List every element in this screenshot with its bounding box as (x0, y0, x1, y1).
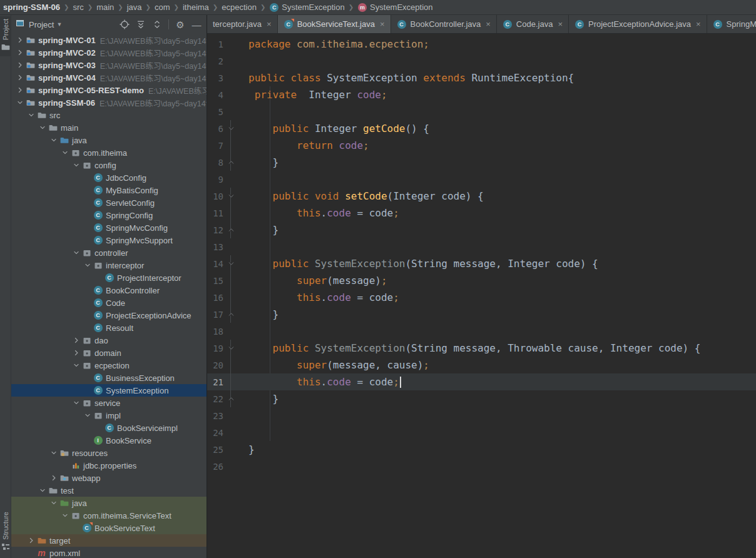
tree-item-ecpection[interactable]: ecpection (11, 359, 207, 372)
tree-item-bookserviceimpl[interactable]: CBookServiceimpl (11, 422, 207, 434)
breadcrumb-item[interactable]: spring-SSM-06 (3, 3, 60, 12)
code-line[interactable]: 23 (207, 407, 756, 424)
chevron-right-icon[interactable] (26, 537, 36, 544)
breadcrumb-item[interactable]: main (96, 3, 114, 12)
chevron-down-icon[interactable] (48, 136, 59, 144)
tree-item-spring-mvc-01[interactable]: spring-MVC-01E:\JAVAWEB练习\day5~day14课 (11, 34, 207, 46)
fold-up-icon[interactable] (223, 306, 238, 323)
tree-item-domain[interactable]: domain (11, 347, 207, 359)
chevron-down-icon[interactable] (71, 161, 81, 169)
chevron-down-icon[interactable] (59, 512, 70, 519)
close-icon[interactable]: × (486, 19, 491, 29)
chevron-right-icon[interactable] (14, 61, 25, 69)
tab-bookservicetext.java[interactable]: CBookServiceText.java× (278, 15, 391, 33)
close-icon[interactable]: × (267, 19, 272, 29)
tree-item-jdbcconfig[interactable]: CJdbcConfig (11, 171, 207, 184)
code-line[interactable]: 15 super(message); (207, 272, 756, 289)
code-line[interactable]: 3public class SystemException extends Ru… (207, 69, 756, 86)
tree-item-java[interactable]: java (11, 497, 207, 509)
breadcrumb-item[interactable]: itheima (183, 3, 209, 12)
tree-item-controller[interactable]: controller (11, 246, 207, 259)
locate-icon[interactable] (120, 19, 130, 29)
project-panel-title[interactable]: Project (29, 20, 54, 29)
breadcrumb-item[interactable]: CSystemException (269, 3, 344, 13)
tree-item-pom.xml[interactable]: mpom.xml (11, 547, 207, 558)
tree-item-servletconfig[interactable]: CServletConfig (11, 196, 207, 209)
tree-item-com.itheima[interactable]: com.itheima (11, 146, 207, 159)
breadcrumb-item[interactable]: java (127, 3, 142, 12)
code-line[interactable]: 16 this.code = code; (207, 289, 756, 306)
code-line[interactable]: 6 public Integer getCode() { (207, 120, 756, 137)
tree-item-bookservice[interactable]: IBookService (11, 434, 207, 447)
code-line[interactable]: 5 (207, 103, 756, 120)
code-line[interactable]: 11 this.code = code; (207, 205, 756, 221)
code-line[interactable]: 9 (207, 171, 756, 188)
chevron-down-icon[interactable] (82, 261, 93, 269)
code-line[interactable]: 20 super(message, cause); (207, 357, 756, 373)
project-stripe-button[interactable]: Project (0, 16, 11, 56)
code-line[interactable]: 7 return code; (207, 137, 756, 154)
tree-item-com.itheima.servicetext[interactable]: com.itheima.ServiceText (11, 509, 207, 522)
code-line[interactable]: 10 public void setCode(Integer code) { (207, 188, 756, 205)
tab-projectexceptionadvice.java[interactable]: CProjectExceptionAdvice.java× (569, 15, 707, 33)
chevron-down-icon[interactable] (14, 99, 25, 106)
editor[interactable]: 1package com.itheima.ecpection;23public … (207, 34, 756, 558)
fold-down-icon[interactable] (223, 120, 238, 137)
tree-item-mybatisconfig[interactable]: CMyBatisConfig (11, 184, 207, 196)
tree-item-spring-mvc-05-rest-demo[interactable]: spring-MVC-05-REST-demoE:\JAVAWEB练习\day5… (11, 84, 207, 96)
code-line[interactable]: 22 } (207, 390, 756, 407)
expand-all-icon[interactable] (136, 19, 146, 29)
code-line[interactable]: 4 private Integer code; (207, 86, 756, 103)
code-line[interactable]: 1package com.itheima.ecpection; (207, 36, 756, 53)
tree-item-spring-ssm-06[interactable]: spring-SSM-06E:\JAVAWEB练习\day5~day14课 (11, 96, 207, 109)
code-line[interactable]: 19 public SystemException(String message… (207, 340, 756, 357)
tree-item-springconfig[interactable]: CSpringConfig (11, 209, 207, 221)
tree-item-dao[interactable]: dao (11, 334, 207, 347)
tree-item-bookservicetext[interactable]: CBookServiceText (11, 522, 207, 534)
close-icon[interactable]: × (558, 19, 563, 29)
code-line[interactable]: 13 (207, 238, 756, 255)
tree-item-projectexceptionadvice[interactable]: CProjectExceptionAdvice (11, 309, 207, 322)
tree-item-springmvcconfig[interactable]: CSpringMvcConfig (11, 221, 207, 234)
fold-up-icon[interactable] (223, 154, 238, 171)
tree-item-resources[interactable]: resources (11, 447, 207, 459)
breadcrumb-item[interactable]: src (73, 3, 83, 12)
tree-item-projectinterceptor[interactable]: CProjectInterceptor (11, 271, 207, 284)
fold-down-icon[interactable] (223, 188, 238, 205)
tree-item-test[interactable]: test (11, 484, 207, 497)
tree-item-impl[interactable]: impl (11, 409, 207, 422)
tree-item-code[interactable]: CCode (11, 297, 207, 309)
tree-item-config[interactable]: config (11, 159, 207, 171)
tab-bookcontroller.java[interactable]: CBookController.java× (391, 15, 497, 33)
tree-item-webapp[interactable]: webapp (11, 472, 207, 484)
chevron-down-icon[interactable] (48, 449, 59, 457)
tree-item-businessexception[interactable]: CBusinessException (11, 372, 207, 384)
tree-item-service[interactable]: service (11, 397, 207, 409)
tree-item-main[interactable]: main (11, 121, 207, 134)
chevron-right-icon[interactable] (14, 74, 25, 81)
tree-item-springmvcsupport[interactable]: CSpringMvcSupport (11, 234, 207, 246)
tree-item-jdbc.properties[interactable]: jdbc.properties (11, 459, 207, 472)
chevron-down-icon[interactable] (71, 362, 81, 369)
collapse-all-icon[interactable] (152, 19, 162, 29)
code-line[interactable]: 26 (207, 458, 756, 475)
chevron-down-icon[interactable] (37, 124, 48, 131)
tree-item-spring-mvc-02[interactable]: spring-MVC-02E:\JAVAWEB练习\day5~day14课 (11, 46, 207, 59)
chevron-down-icon[interactable] (48, 499, 59, 507)
chevron-down-icon[interactable] (59, 149, 70, 156)
tree-item-resoult[interactable]: CResoult (11, 322, 207, 334)
tree-item-systemexception[interactable]: CSystemException (11, 384, 207, 397)
tree-item-target[interactable]: target (11, 534, 207, 547)
chevron-down-icon[interactable] (71, 399, 81, 407)
fold-down-icon[interactable] (223, 340, 238, 357)
chevron-down-icon[interactable] (26, 111, 36, 119)
tree-item-spring-mvc-04[interactable]: spring-MVC-04E:\JAVAWEB练习\day5~day14课 (11, 71, 207, 84)
chevron-down-icon[interactable] (37, 487, 48, 494)
code-line[interactable]: 14 public SystemException(String message… (207, 255, 756, 272)
chevron-right-icon[interactable] (14, 36, 25, 44)
fold-up-icon[interactable] (223, 390, 238, 407)
tree-item-src[interactable]: src (11, 109, 207, 121)
code-line[interactable]: 18 (207, 323, 756, 340)
breadcrumb-item[interactable]: mSystemException (357, 3, 432, 13)
chevron-right-icon[interactable] (71, 337, 81, 344)
